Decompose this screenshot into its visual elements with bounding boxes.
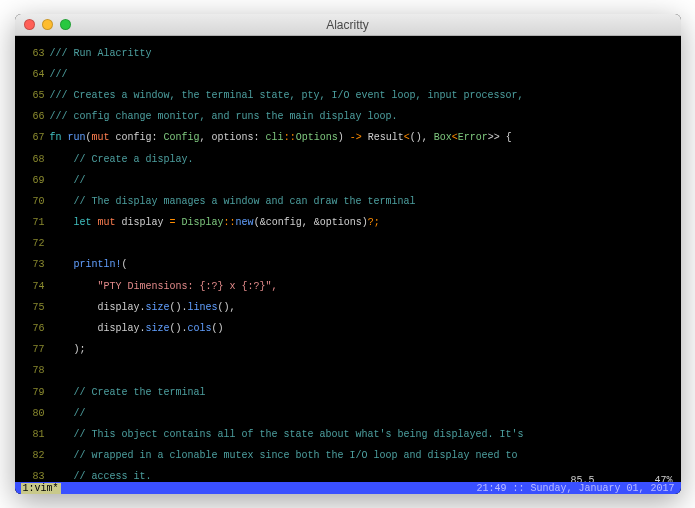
status-clock: 21:49 :: Sunday, January 01, 2017 (476, 483, 674, 494)
app-window: Alacritty 63/// Run Alacritty 64/// 65//… (15, 14, 681, 494)
type: Display (176, 217, 224, 228)
line-number: 67 (21, 133, 45, 144)
expr: (), (218, 302, 236, 313)
line-number: 78 (21, 366, 45, 377)
keyword-fn: fn (50, 132, 68, 143)
line-number: 69 (21, 176, 45, 187)
tmux-statusbar[interactable]: 1:vim* 21:49 :: Sunday, January 01, 2017 (15, 482, 681, 494)
comment: /// Run Alacritty (50, 48, 152, 59)
line-number: 71 (21, 218, 45, 229)
expr: (). (170, 323, 188, 334)
line-number: 80 (21, 409, 45, 420)
line-number: 63 (21, 49, 45, 60)
type: (), (410, 132, 434, 143)
line-number: 64 (21, 70, 45, 81)
paren: ) (338, 132, 350, 143)
comment: // This object contains all of the state… (50, 429, 524, 440)
fn-call: cols (188, 323, 212, 334)
comment: // wrapped in a clonable mutex since bot… (50, 450, 518, 461)
type: Result (362, 132, 404, 143)
type: Options (296, 132, 338, 143)
line-number: 65 (21, 91, 45, 102)
op: :: (284, 132, 296, 143)
line-number: 76 (21, 324, 45, 335)
comment: // access it. (50, 471, 152, 482)
minimize-icon[interactable] (42, 19, 53, 30)
comment: // (50, 408, 86, 419)
line-number: 68 (21, 155, 45, 166)
paren: ( (122, 259, 128, 270)
op: ?; (368, 217, 380, 228)
expr: ); (50, 344, 86, 355)
comment: /// (50, 69, 68, 80)
expr: display. (50, 323, 146, 334)
param: config: (110, 132, 164, 143)
line-number: 79 (21, 388, 45, 399)
keyword-mut: mut (92, 132, 110, 143)
comment: // (50, 175, 86, 186)
expr: display. (50, 302, 146, 313)
string: "PTY Dimensions: {:?} x {:?}", (50, 281, 278, 292)
traffic-lights (15, 19, 71, 30)
type: Box (434, 132, 452, 143)
tmux-window-tab[interactable]: 1:vim* (21, 483, 61, 494)
indent (50, 259, 74, 270)
terminal-viewport[interactable]: 63/// Run Alacritty 64/// 65/// Creates … (15, 36, 681, 494)
line-number: 82 (21, 451, 45, 462)
type: cli (266, 132, 284, 143)
line-number: 81 (21, 430, 45, 441)
expr: () (212, 323, 224, 334)
type: Config (164, 132, 200, 143)
op: -> (350, 132, 362, 143)
line-number: 72 (21, 239, 45, 250)
titlebar[interactable]: Alacritty (15, 14, 681, 36)
close-icon[interactable] (24, 19, 35, 30)
keyword-let: let (74, 217, 98, 228)
line-number: 70 (21, 197, 45, 208)
comment: // Create the terminal (50, 387, 206, 398)
keyword-mut: mut (98, 217, 116, 228)
line-number: 75 (21, 303, 45, 314)
comment: // The display manages a window and can … (50, 196, 416, 207)
comment: /// config change monitor, and runs the … (50, 111, 398, 122)
brace: >> { (488, 132, 512, 143)
comment: /// Creates a window, the terminal state… (50, 90, 524, 101)
window-title: Alacritty (15, 18, 681, 32)
fn-call: size (146, 302, 170, 313)
fn-call: new (236, 217, 254, 228)
fn-name: run (68, 132, 86, 143)
line-number: 66 (21, 112, 45, 123)
op: :: (224, 217, 236, 228)
macro: println! (74, 259, 122, 270)
editor-content[interactable]: 63/// Run Alacritty 64/// 65/// Creates … (21, 38, 675, 476)
expr: (). (170, 302, 188, 313)
zoom-icon[interactable] (60, 19, 71, 30)
fn-call: lines (188, 302, 218, 313)
args: (&config, &options) (254, 217, 368, 228)
comment: // Create a display. (50, 154, 194, 165)
indent (50, 217, 74, 228)
param: , options: (200, 132, 266, 143)
type: Error (458, 132, 488, 143)
line-number: 77 (21, 345, 45, 356)
line-number: 74 (21, 282, 45, 293)
ident: display (116, 217, 170, 228)
line-number: 73 (21, 260, 45, 271)
fn-call: size (146, 323, 170, 334)
